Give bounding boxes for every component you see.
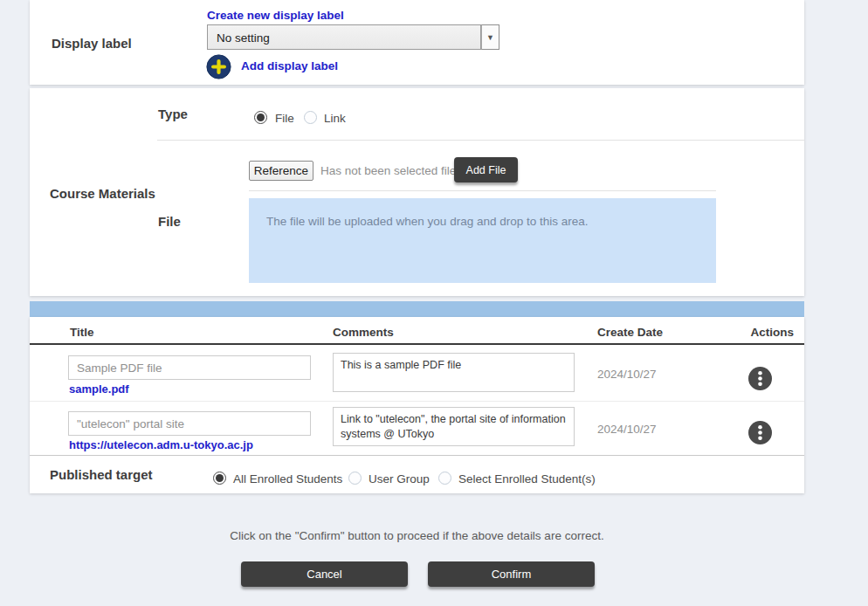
published-target-radio-user-group[interactable] (348, 472, 362, 485)
column-header-comments: Comments (333, 326, 394, 339)
header-underline (30, 343, 804, 345)
chevron-down-icon[interactable]: ▼ (481, 24, 499, 50)
course-materials-section: Type File Link Course Materials Referenc… (30, 88, 804, 296)
type-radio-link[interactable] (304, 111, 317, 124)
row-actions-kebab-icon[interactable] (748, 367, 772, 394)
section-divider (30, 455, 804, 456)
type-radio-file-label[interactable]: File (275, 112, 294, 125)
confirm-instruction-text: Click on the "Confirm" button to proceed… (30, 529, 804, 542)
file-dropzone[interactable]: The file will be uploaded when you drag … (249, 198, 716, 283)
column-header-create-date: Create Date (597, 326, 663, 339)
dropzone-hint-text: The file will be uploaded when you drag … (266, 215, 589, 228)
table-top-band (30, 301, 804, 317)
materials-table-section: Title Comments Create Date Actions sampl… (30, 317, 804, 493)
divider (157, 140, 804, 141)
title-input[interactable] (68, 411, 311, 436)
material-file-link[interactable]: sample.pdf (69, 382, 129, 396)
file-status-text: Has not been selected file. (320, 164, 459, 177)
add-file-button[interactable]: Add File (454, 157, 518, 182)
type-radio-file[interactable] (254, 111, 267, 124)
published-target-heading: Published target (50, 467, 153, 482)
column-header-actions: Actions (738, 326, 794, 339)
create-new-display-label-link[interactable]: Create new display label (207, 9, 344, 22)
add-plus-icon[interactable] (206, 54, 231, 79)
display-label-heading: Display label (52, 36, 132, 51)
display-label-section: Display label Create new display label N… (30, 0, 804, 85)
course-materials-heading: Course Materials (50, 186, 155, 201)
material-url-link[interactable]: https://utelecon.adm.u-tokyo.ac.jp (69, 438, 253, 451)
published-target-radio-select-students-label[interactable]: Select Enrolled Student(s) (458, 472, 596, 485)
comment-box[interactable]: Link to "utelecon", the portal site of i… (333, 407, 575, 446)
file-heading: File (158, 214, 181, 229)
display-label-select[interactable]: No setting ▼ (207, 24, 499, 50)
row-divider (30, 401, 804, 402)
published-target-radio-user-group-label[interactable]: User Group (369, 472, 430, 485)
add-display-label-button[interactable]: Add display label (241, 59, 338, 72)
type-radio-link-label[interactable]: Link (324, 112, 346, 125)
published-target-radio-all[interactable] (213, 472, 226, 485)
cancel-button[interactable]: Cancel (241, 561, 408, 587)
column-header-title: Title (70, 326, 94, 339)
comment-box[interactable]: This is a sample PDF file (333, 353, 575, 392)
divider (249, 190, 716, 191)
page: Display label Create new display label N… (0, 0, 868, 606)
create-date-value: 2024/10/27 (597, 368, 657, 381)
published-target-radio-all-label[interactable]: All Enrolled Students (233, 472, 342, 485)
display-label-select-box[interactable]: No setting (207, 24, 481, 50)
row-actions-kebab-icon[interactable] (748, 421, 772, 448)
display-label-select-value: No setting (217, 31, 270, 45)
reference-button[interactable]: Reference (249, 161, 313, 181)
confirm-button[interactable]: Confirm (428, 561, 595, 587)
type-heading: Type (158, 107, 188, 121)
create-date-value: 2024/10/27 (597, 423, 657, 436)
published-target-radio-select-students[interactable] (438, 472, 451, 485)
title-input[interactable] (68, 355, 311, 380)
